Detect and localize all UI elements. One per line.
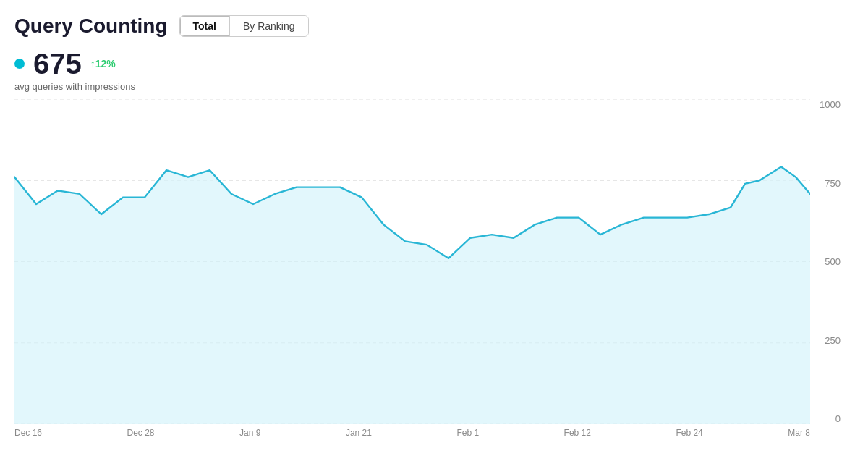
y-label-250: 250: [825, 335, 841, 346]
metric-row: 675 ↑12%: [14, 49, 846, 78]
header: Query Counting Total By Ranking: [14, 14, 846, 38]
x-axis: Dec 16 Dec 28 Jan 9 Jan 21 Feb 1 Feb 12 …: [14, 424, 810, 442]
metric-label: avg queries with impressions: [14, 81, 846, 92]
x-label-jan9: Jan 9: [239, 428, 260, 438]
tab-group: Total By Ranking: [179, 15, 309, 37]
x-label-feb1: Feb 1: [456, 428, 479, 438]
x-label-dec16: Dec 16: [14, 428, 42, 438]
y-label-500: 500: [825, 256, 841, 267]
chart-svg: [14, 99, 810, 424]
x-label-jan21: Jan 21: [346, 428, 372, 438]
y-label-0: 0: [835, 413, 841, 424]
chart-area: Dec 16 Dec 28 Jan 9 Jan 21 Feb 1 Feb 12 …: [14, 99, 846, 442]
y-axis: 1000 750 500 250 0: [810, 99, 846, 442]
metric-value: 675: [33, 49, 82, 78]
x-label-dec28: Dec 28: [127, 428, 155, 438]
y-label-1000: 1000: [820, 99, 841, 110]
tab-total[interactable]: Total: [180, 16, 230, 36]
tab-by-ranking[interactable]: By Ranking: [230, 16, 308, 36]
y-label-750: 750: [825, 178, 841, 189]
x-label-feb12: Feb 12: [564, 428, 591, 438]
x-label-mar8: Mar 8: [788, 428, 810, 438]
main-container: Query Counting Total By Ranking 675 ↑12%…: [0, 0, 868, 456]
chart-inner: Dec 16 Dec 28 Jan 9 Jan 21 Feb 1 Feb 12 …: [14, 99, 810, 442]
x-label-feb24: Feb 24: [676, 428, 702, 438]
metric-dot: [14, 59, 25, 69]
chart-svg-container: [14, 99, 810, 424]
page-title: Query Counting: [14, 14, 168, 38]
metric-change: ↑12%: [90, 58, 116, 69]
